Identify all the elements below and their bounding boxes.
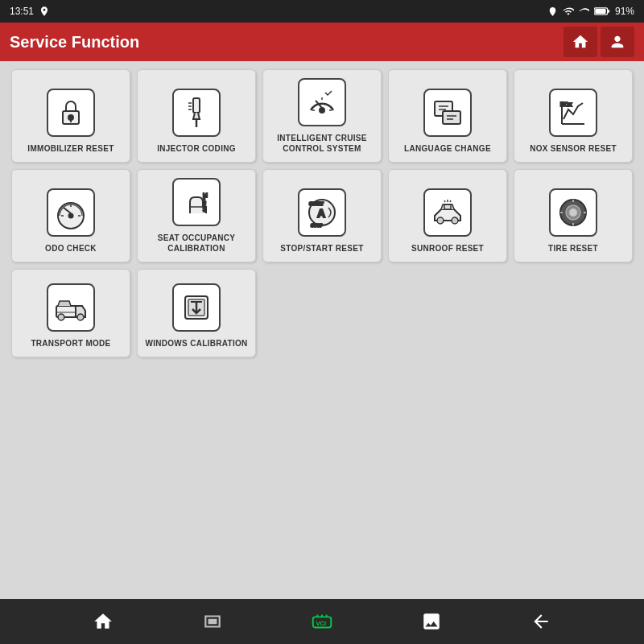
main-content: IMMOBILIZER RESET INJECTOR CODING [0,61,644,599]
nav-home-button[interactable] [84,602,122,641]
svg-point-55 [77,314,84,320]
svg-point-48 [569,208,577,217]
svg-rect-19 [443,111,460,124]
battery-pct: 91% [615,6,634,17]
card-stop-start-reset[interactable]: A START STOP STOP/START RESET [262,169,382,262]
card-transport-mode[interactable]: TRANSPORT MODE [11,269,130,357]
status-bar-right: 91% [547,6,634,17]
nav-vci-button[interactable]: VCI [303,602,341,641]
svg-text:STOP: STOP [311,223,323,228]
svg-text:NOx: NOx [560,101,572,107]
location-icon [547,6,558,17]
wifi-icon [563,6,574,17]
sunroof-icon [423,188,472,237]
windows-icon [172,283,221,332]
nav-image-button[interactable] [412,602,451,641]
user-header-icon [609,33,626,51]
svg-point-4 [68,115,73,120]
card-language-change[interactable]: LANGUAGE CHANGE [388,69,507,163]
seat-icon: M 1 2 3 [172,178,221,226]
seat-occupancy-label: SEAT OCCUPANCY CALIBRATION [142,233,250,254]
nav-vci-icon: VCI [310,609,334,634]
user-header-button[interactable] [601,27,634,57]
battery-icon [594,6,610,16]
language-change-label: LANGUAGE CHANGE [404,143,491,154]
immobilizer-icon [47,89,95,137]
immobilizer-reset-label: IMMOBILIZER RESET [27,143,114,154]
svg-point-11 [320,108,324,113]
status-bar: 13:51 91% [0,0,644,23]
home-header-icon [572,33,589,51]
svg-point-54 [58,314,64,320]
svg-line-44 [450,200,451,202]
stop-start-reset-label: STOP/START RESET [280,243,363,254]
card-odo-check[interactable]: ODO CHECK [11,169,130,262]
nav-back-icon [530,611,551,632]
card-sunroof-reset[interactable]: SUNROOF RESET [388,169,507,262]
svg-line-45 [444,200,445,202]
nav-recent-icon [202,611,223,632]
nav-image-icon [421,611,442,632]
svg-point-42 [452,217,458,224]
injector-icon [172,89,221,137]
nav-recent-button[interactable] [193,602,232,641]
page-title: Service Function [10,33,139,52]
nav-home-icon [93,611,114,632]
svg-text:A: A [317,207,325,220]
cruise-icon [298,78,346,126]
time: 13:51 [10,6,34,17]
injector-coding-label: INJECTOR CODING [157,143,236,154]
svg-point-27 [69,214,73,218]
home-header-button[interactable] [564,27,597,57]
status-bar-left: 13:51 [10,6,50,17]
signal-icon [579,6,589,17]
sunroof-reset-label: SUNROOF RESET [411,243,484,254]
nox-sensor-reset-label: NOX SENSOR RESET [530,143,617,154]
card-tire-reset[interactable]: TIRE RESET [514,169,633,262]
svg-rect-1 [595,9,605,14]
card-intelligent-cruise[interactable]: INTELLIGENT CRUISE CONTROL SYSTEM [262,69,382,163]
language-icon [423,89,472,137]
tire-icon [549,188,597,237]
header-icon-group [564,27,634,57]
bottom-navigation: VCI [0,599,644,644]
service-grid: IMMOBILIZER RESET INJECTOR CODING [11,69,633,357]
svg-text:VCI: VCI [316,620,327,627]
svg-rect-2 [608,10,610,12]
windows-calibration-label: WINDOWS CALIBRATION [145,338,247,349]
odo-icon [47,188,95,237]
svg-text:START: START [309,201,324,206]
card-nox-sensor-reset[interactable]: NOx NOX SENSOR RESET [514,69,633,163]
transport-icon [47,283,95,332]
app-header: Service Function [0,23,644,61]
card-immobilizer-reset[interactable]: IMMOBILIZER RESET [11,69,130,163]
stopstart-icon: A START STOP [298,188,346,237]
svg-point-41 [437,217,444,224]
tire-reset-label: TIRE RESET [548,243,598,254]
intelligent-cruise-label: INTELLIGENT CRUISE CONTROL SYSTEM [268,133,376,154]
nox-icon: NOx [549,89,597,137]
nav-back-button[interactable] [522,602,560,641]
card-windows-calibration[interactable]: WINDOWS CALIBRATION [137,269,256,357]
card-seat-occupancy[interactable]: M 1 2 3 SEAT OCCUPANCY CALIBRATION [137,169,256,262]
svg-text:3: 3 [203,207,206,213]
transport-mode-label: TRANSPORT MODE [31,338,110,349]
card-injector-coding[interactable]: INJECTOR CODING [137,69,256,163]
odo-check-label: ODO CHECK [45,243,97,254]
svg-rect-6 [193,98,200,113]
alarm-icon [39,6,50,17]
